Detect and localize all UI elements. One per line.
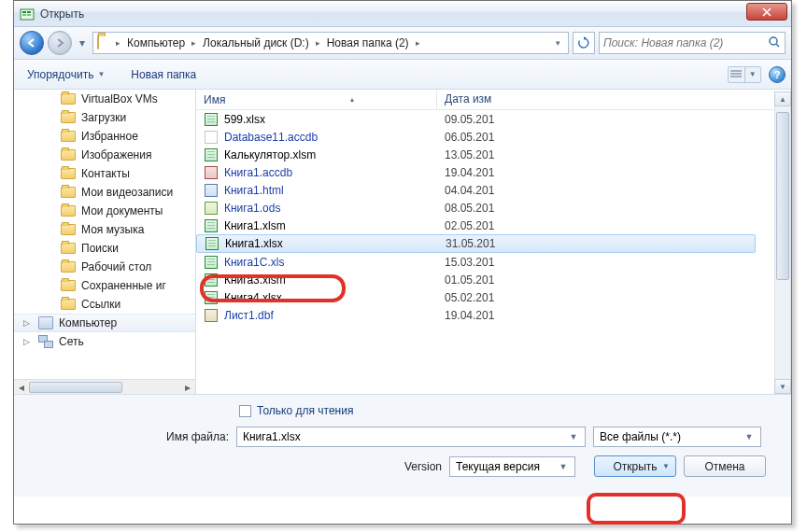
organize-button[interactable]: Упорядочить ▼ [21, 64, 110, 85]
file-filter-combobox[interactable]: Все файлы (*.*) ▼ [593, 427, 761, 447]
computer-icon [38, 316, 53, 329]
chevron-down-icon: ▼ [566, 432, 581, 441]
file-date: 06.05.201 [445, 131, 494, 144]
file-date: 04.04.201 [445, 184, 494, 197]
file-row[interactable]: Книга1.html04.04.201 [196, 181, 756, 199]
file-row[interactable]: Database11.accdb06.05.201 [196, 128, 756, 146]
file-row[interactable]: Книга1C.xls15.03.201 [196, 253, 756, 271]
cancel-button[interactable]: Отмена [684, 455, 766, 477]
version-combobox[interactable]: Текущая версия ▼ [449, 456, 575, 477]
open-button[interactable]: Открыть ▼ [594, 455, 676, 477]
scroll-right-button[interactable]: ▸ [180, 380, 195, 394]
readonly-checkbox[interactable] [239, 405, 251, 417]
nav-back-button[interactable] [20, 31, 44, 55]
sidebar-item[interactable]: Моя музыка [14, 220, 195, 239]
nav-history-dropdown[interactable]: ▾ [76, 34, 89, 52]
file-date: 19.04.201 [445, 166, 494, 179]
file-list: 599.xlsx09.05.201Database11.accdb06.05.2… [196, 110, 756, 394]
file-row[interactable]: 599.xlsx09.05.201 [196, 110, 756, 128]
file-row[interactable]: Книга1.xlsx31.05.201 [196, 234, 756, 253]
file-date: 01.05.201 [445, 273, 494, 287]
sidebar-network[interactable]: ▷ Сеть [14, 332, 195, 351]
file-row[interactable]: Лист1.dbf19.04.201 [196, 306, 756, 324]
sidebar-item[interactable]: Ссылки [14, 295, 195, 314]
chevron-right-icon: ▸ [114, 38, 122, 48]
scroll-up-button[interactable]: ▲ [774, 91, 791, 106]
file-type-icon [204, 255, 219, 270]
sidebar-item[interactable]: Избранное [14, 127, 195, 146]
sidebar-item[interactable]: Сохраненные иг [14, 276, 195, 295]
scroll-down-button[interactable]: ▼ [774, 379, 791, 394]
sidebar-network-label: Сеть [59, 335, 84, 348]
new-folder-label: Новая папка [131, 68, 196, 81]
toolbar: Упорядочить ▼ Новая папка ▼ ? [14, 60, 791, 90]
organize-label: Упорядочить [27, 68, 93, 81]
file-row[interactable]: Книга3.xlsm01.05.201 [196, 271, 756, 288]
sidebar-item-label: Мои документы [81, 204, 163, 217]
new-folder-button[interactable]: Новая папка [125, 64, 202, 85]
refresh-button[interactable] [573, 32, 595, 54]
nav-forward-button[interactable] [48, 31, 72, 55]
chevron-down-icon: ▼ [742, 432, 757, 441]
file-name: 599.xlsx [224, 113, 439, 126]
file-name: Книга1C.xls [224, 256, 439, 269]
breadcrumb-drive[interactable]: Локальный диск (D:) [198, 33, 314, 53]
sidebar-item-label: Изображения [81, 148, 151, 161]
file-row[interactable]: Книга1.accdb19.04.201 [196, 163, 756, 181]
file-type-icon [204, 165, 219, 180]
scroll-left-button[interactable]: ◂ [14, 380, 29, 394]
expand-arrow-icon: ▷ [23, 318, 30, 328]
file-row[interactable]: Книга4.xlsx05.02.201 [196, 288, 756, 306]
sidebar-item[interactable]: Мои документы [14, 202, 195, 220]
sidebar-item-label: VirtualBox VMs [81, 92, 158, 105]
filter-value: Все файлы (*.*) [598, 430, 742, 443]
filename-combobox[interactable]: Книга1.xlsx ▼ [236, 427, 586, 447]
file-row[interactable]: Калькулятор.xlsm13.05.201 [196, 146, 756, 163]
file-name: Книга1.ods [224, 202, 439, 215]
file-name: Калькулятор.xlsm [224, 148, 439, 161]
file-date: 31.05.201 [446, 237, 495, 250]
sidebar-item-label: Рабочий стол [81, 260, 151, 273]
search-input[interactable] [603, 36, 764, 49]
readonly-label: Только для чтения [257, 404, 353, 417]
scrollbar-thumb[interactable] [29, 382, 122, 393]
vertical-scrollbar[interactable]: ▲ ▼ [774, 91, 791, 394]
column-date[interactable]: Дата изм [437, 90, 791, 109]
breadcrumb-root[interactable]: Компьютер [122, 33, 190, 53]
breadcrumb-folder[interactable]: Новая папка (2) [322, 33, 414, 53]
sidebar-item-label: Поиски [81, 242, 119, 255]
svg-line-6 [776, 44, 779, 47]
open-label: Открыть [613, 460, 657, 473]
file-row[interactable]: Книга1.ods08.05.201 [196, 199, 756, 217]
help-button[interactable]: ? [769, 66, 786, 83]
search-icon [768, 35, 781, 51]
sidebar-computer-label: Компьютер [59, 316, 117, 329]
sidebar-item[interactable]: Поиски [14, 239, 195, 258]
sidebar-item[interactable]: Рабочий стол [14, 258, 195, 276]
file-type-icon [204, 183, 219, 198]
sidebar-item[interactable]: Мои видеозаписи [14, 183, 195, 202]
folder-icon [61, 168, 76, 179]
file-date: 08.05.201 [445, 202, 494, 215]
scrollbar-thumb[interactable] [776, 112, 789, 280]
sidebar-scrollbar[interactable]: ◂ ▸ [14, 379, 195, 394]
breadcrumb[interactable]: ▸ Компьютер ▸ Локальный диск (D:) ▸ Нова… [92, 32, 569, 54]
filename-value: Книга1.xlsx [241, 430, 566, 443]
column-name[interactable]: Имя ▴ [196, 90, 437, 109]
breadcrumb-dropdown[interactable]: ▾ [549, 38, 566, 48]
close-button[interactable] [746, 3, 787, 21]
sidebar-item[interactable]: Контакты [14, 164, 195, 183]
file-row[interactable]: Книга1.xlsm02.05.201 [196, 217, 756, 234]
chevron-right-icon: ▸ [190, 38, 198, 48]
nav-row: ▾ ▸ Компьютер ▸ Локальный диск (D:) ▸ Но… [14, 27, 791, 60]
version-label: Version [29, 460, 449, 473]
sidebar-computer[interactable]: ▷ Компьютер [14, 314, 195, 332]
sidebar-item[interactable]: Изображения [14, 146, 195, 164]
file-type-icon [204, 218, 219, 233]
file-name: Книга1.html [224, 184, 439, 197]
search-box[interactable] [599, 32, 786, 54]
folder-icon [61, 280, 76, 291]
view-mode-button[interactable]: ▼ [728, 66, 761, 83]
sidebar-item[interactable]: Загрузки [14, 108, 195, 127]
sidebar-item[interactable]: VirtualBox VMs [14, 90, 195, 108]
